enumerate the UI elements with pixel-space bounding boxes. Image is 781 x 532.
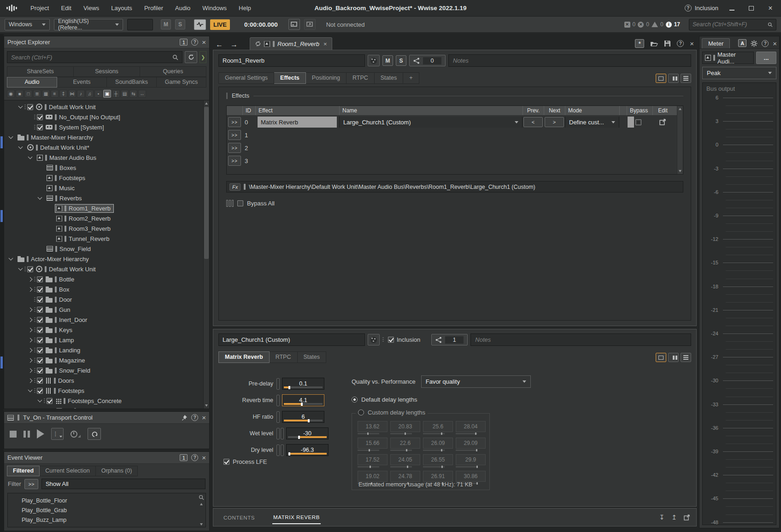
tab-contents[interactable]: CONTENTS (223, 511, 256, 524)
chevron-right-icon[interactable] (26, 369, 34, 372)
column-effect[interactable]: Effect (255, 106, 339, 115)
next-cell[interactable]: > (544, 117, 565, 128)
tree-item[interactable]: Room3_Reverb (4, 223, 203, 234)
process-lfe-checkbox[interactable] (223, 459, 229, 465)
bypass-checkbox[interactable] (635, 119, 641, 125)
metered-object[interactable]: Master Audi... (702, 52, 754, 64)
rtpc-indicator[interactable] (276, 411, 280, 423)
menu-project[interactable]: Project (30, 5, 49, 12)
prev-cell[interactable] (523, 129, 544, 140)
live-button[interactable]: LIVE (210, 19, 230, 30)
pause-button[interactable] (23, 431, 30, 438)
tree-item[interactable]: Default Work Unit (4, 102, 203, 112)
solo-button[interactable]: S (396, 55, 406, 66)
tab-filtered[interactable]: Filtered (7, 466, 40, 476)
solo-all-button[interactable]: S (175, 19, 185, 29)
effect-name-cell[interactable] (339, 129, 523, 140)
prev-cell[interactable] (523, 155, 544, 166)
delay-length-value[interactable]: 26.91 (423, 471, 453, 482)
platform-selector[interactable]: Windows (5, 19, 50, 30)
scroll-down-icon[interactable] (205, 404, 208, 407)
tree-item[interactable]: Box (4, 284, 203, 294)
tree-item[interactable]: Footsteps (4, 173, 203, 183)
effect-type-cell[interactable] (255, 129, 339, 140)
close-icon[interactable]: × (773, 40, 777, 47)
tab-states[interactable]: States (375, 72, 403, 84)
delay-length-value[interactable]: 13.62 (358, 421, 388, 432)
help-icon[interactable]: ? (191, 414, 198, 421)
menu-edit[interactable]: Edit (61, 5, 71, 12)
inclusion-checkbox[interactable] (388, 337, 394, 343)
help-icon[interactable]: ? (677, 40, 684, 47)
explorer-search[interactable] (7, 51, 182, 63)
inclusion-help[interactable]: ?Inclusion (685, 5, 718, 12)
tree-item[interactable]: System [System] (4, 122, 203, 132)
tree-item[interactable]: Lamp (4, 335, 203, 345)
virtual-folder-icon[interactable]: □ (24, 90, 32, 98)
remote-sync-icon[interactable] (304, 19, 316, 30)
prev-cell[interactable] (523, 142, 544, 153)
remote-connect-icon[interactable] (288, 19, 300, 30)
delay-length-value[interactable]: 25.6 (423, 421, 453, 432)
split-pane-view-button[interactable] (668, 74, 679, 83)
effect-name-field[interactable] (218, 333, 365, 346)
slider-marker[interactable] (288, 452, 290, 456)
scroll-up-icon[interactable] (205, 102, 208, 105)
tree-item[interactable]: Default Work Unit (4, 264, 203, 274)
music-switch-icon[interactable]: ⋈ (68, 90, 76, 98)
tab-states[interactable]: States (298, 351, 326, 363)
message-counters[interactable]: ✕0 ✕0 0 i17 (624, 21, 680, 28)
tree-item[interactable]: Magazine (4, 355, 203, 365)
effect-name-dropdown[interactable]: Large_Church1 (Custom) (339, 117, 523, 128)
row-handle-button[interactable]: >> (228, 156, 241, 166)
include-checkbox[interactable] (27, 104, 33, 110)
meter-mode-dropdown[interactable]: Peak (702, 67, 776, 79)
list-view-button[interactable] (681, 74, 691, 83)
quality-dropdown[interactable]: Favor quality (421, 375, 531, 388)
list-view-button[interactable] (681, 353, 691, 362)
column-mode[interactable]: Mode (565, 106, 619, 115)
delay-playback-button[interactable] (70, 431, 81, 438)
row-handle[interactable]: >> (227, 117, 242, 128)
transport-options-button[interactable]: ⋮ (51, 428, 64, 440)
color-picker-button[interactable] (368, 55, 380, 66)
tree-scrollbar[interactable] (203, 100, 209, 409)
include-checkbox[interactable] (47, 398, 53, 404)
delay-length-value[interactable]: 15.66 (358, 438, 388, 449)
tree-item[interactable]: Snow_Field (4, 365, 203, 375)
mode-cell[interactable] (565, 155, 619, 166)
tab-game-syncs[interactable]: Game Syncs (157, 77, 206, 88)
row-handle-button[interactable]: >> (228, 130, 241, 140)
mode-cell[interactable]: Define cust... (565, 117, 619, 128)
bypass-cell[interactable] (627, 155, 652, 166)
tab-positioning[interactable]: Positioning (306, 72, 346, 84)
chevron-down-icon[interactable] (26, 390, 34, 392)
split-pane-view-button[interactable] (668, 353, 679, 362)
include-checkbox[interactable] (37, 286, 43, 292)
dock-bottom-icon[interactable]: ↧ (659, 514, 665, 521)
meter-tab[interactable]: Meter (702, 38, 730, 48)
chevron-down-icon[interactable] (17, 106, 24, 108)
save-icon[interactable] (664, 40, 671, 47)
open-folder-icon[interactable] (650, 41, 658, 47)
view-instance-badge[interactable]: 1 (180, 454, 188, 461)
include-checkbox[interactable] (37, 357, 43, 363)
tab-queries[interactable]: Queries (140, 66, 206, 77)
search-icon[interactable] (199, 495, 204, 500)
filter-value-field[interactable]: Show All (41, 479, 206, 489)
effect-name-cell[interactable] (339, 155, 523, 166)
help-icon[interactable]: ? (191, 454, 198, 461)
tree-item[interactable]: Bottle (4, 274, 203, 284)
delay-length-value[interactable]: 29.09 (456, 438, 486, 449)
include-checkbox[interactable] (37, 276, 43, 282)
tab-rtpc[interactable]: RTPC (346, 72, 375, 84)
sequence-container-icon[interactable]: ≡ (51, 90, 59, 98)
custom-delay-radio[interactable] (358, 409, 364, 415)
color-picker-button[interactable] (368, 334, 380, 345)
motion-icon[interactable]: ↔ (138, 90, 146, 98)
include-checkbox[interactable] (37, 368, 43, 374)
tab-rtpc[interactable]: RTPC (270, 351, 298, 363)
chevron-down-icon[interactable] (36, 400, 44, 402)
sound-sfx-icon[interactable]: ▪ (94, 90, 102, 98)
chevron-down-icon[interactable] (7, 258, 15, 260)
